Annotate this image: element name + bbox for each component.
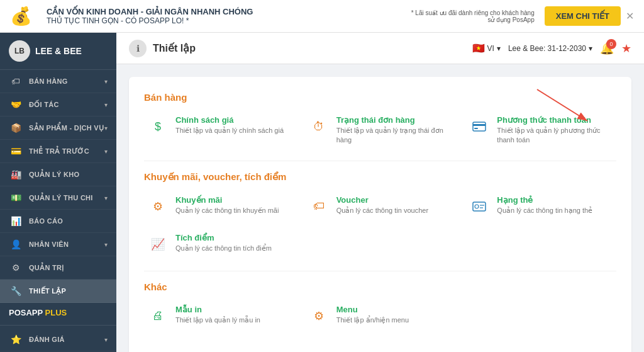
store-chevron-icon: ▾ <box>589 44 592 53</box>
sidebar-item-quan-ly-kho[interactable]: 🏭 QUẢN LÝ KHO <box>0 163 116 186</box>
sidebar-item-the-tra-truoc[interactable]: 💳 THẺ TRẢ TRƯỚC ▾ <box>0 140 116 163</box>
chevron-down-icon: ▾ <box>104 101 108 108</box>
the-tra-truoc-icon: 💳 <box>9 146 23 156</box>
item-desc-mau-in: Thiết lập và quản lý mẫu in <box>175 315 260 325</box>
settings-item-text: Mẫu in Thiết lập và quản lý mẫu in <box>175 305 260 325</box>
danh-gia-icon: ⭐ <box>9 334 23 344</box>
settings-item-text: Khuyến mãi Quản lý các thông tin khuyến … <box>175 195 279 215</box>
top-banner: 💰 CẦN VỐN KINH DOANH - GIẢI NGÂN NHANH C… <box>0 0 644 33</box>
content-header: ℹ Thiết lập 🇻🇳 VI ▾ Lee & Bee: 31-12-203… <box>116 33 644 64</box>
settings-item-menu[interactable]: ⚙ Menu Thiết lập ẩn/hiện menu <box>305 302 456 330</box>
settings-item-khuyen-mai[interactable]: ⚙ Khuyến mãi Quản lý các thông tin khuyế… <box>144 193 295 220</box>
svg-point-6 <box>475 205 479 208</box>
item-name-mau-in: Mẫu in <box>175 305 260 314</box>
settings-item-text: Hạng thẻ Quản lý các thông tin hạng thẻ <box>497 195 592 215</box>
section-title-khuyen-mai: Khuyến mãi, voucher, tích điểm <box>144 171 616 183</box>
sidebar-item-danh-gia[interactable]: ⭐ ĐÁNH GIÁ ▾ <box>0 328 116 351</box>
logo-text: LEE & BEE <box>35 46 82 56</box>
flag-icon: 🇻🇳 <box>472 42 485 54</box>
gear-icon: ⚙ <box>147 195 169 218</box>
sidebar-item-san-pham[interactable]: 📦 SẢN PHẨM - DỊCH VỤ ▾ <box>0 116 116 140</box>
language-selector[interactable]: 🇻🇳 VI ▾ <box>472 42 501 54</box>
logo-avatar: LB <box>9 40 30 62</box>
sidebar-label-thiet-lap: THIẾT LẬP <box>29 287 108 295</box>
settings-item-phuong-thuc-thanh-toan[interactable]: Phương thức thanh toán Thiết lập và quản… <box>465 113 616 148</box>
quan-ly-kho-icon: 🏭 <box>9 169 23 179</box>
chevron-down-icon: ▾ <box>104 125 108 132</box>
chevron-down-icon: ▾ <box>104 148 108 155</box>
quan-tri-icon: ⚙ <box>9 263 23 273</box>
sidebar-item-quan-ly-thu-chi[interactable]: 💵 QUẢN LÝ THU CHI ▾ <box>0 186 116 210</box>
sidebar-label-doi-tac: ĐỐI TÁC <box>29 101 104 109</box>
plus-text: PLUS <box>45 308 67 317</box>
sidebar-item-thiet-lap[interactable]: 🔧 THIẾT LẬP <box>0 280 116 303</box>
settings-grid-ban-hang: $ Chính sách giá Thiết lập và quản lý ch… <box>144 113 616 148</box>
banner-cta-button[interactable]: XEM CHI TIẾT <box>545 6 621 26</box>
printer-icon: 🖨 <box>147 305 169 327</box>
bao-cao-icon: 📊 <box>9 216 23 226</box>
store-label: Lee & Bee: 31-12-2030 <box>508 44 586 53</box>
main-content: Bán hàng $ Chính sách giá Thiết lập và q… <box>116 64 644 352</box>
section-title-khac: Khác <box>144 281 616 292</box>
banner-text: CẦN VỐN KINH DOANH - GIẢI NGÂN NHANH CHÓ… <box>47 7 409 25</box>
chevron-down-icon: ▾ <box>104 241 108 248</box>
sidebar-label-nhan-vien: NHÂN VIÊN <box>29 241 104 248</box>
page-title: Thiết lập <box>153 42 472 54</box>
item-name-voucher: Voucher <box>336 195 428 205</box>
item-desc-khuyen-mai: Quản lý các thông tin khuyến mãi <box>175 206 279 215</box>
banner-note: * Lãi suất ưu đãi dành riêng cho khách h… <box>409 9 535 23</box>
quan-ly-thu-chi-icon: 💵 <box>9 193 23 203</box>
banner-close-button[interactable]: ✕ <box>626 10 634 22</box>
item-name-chinh-sach-gia: Chính sách giá <box>175 115 284 125</box>
svg-rect-3 <box>473 124 486 126</box>
sidebar-item-ban-hang[interactable]: 🏷 BÁN HÀNG ▾ <box>0 70 116 93</box>
settings-item-voucher[interactable]: 🏷 Voucher Quản lý các thông tin voucher <box>305 193 456 220</box>
favorite-button[interactable]: ★ <box>621 42 631 55</box>
settings-grid-khuyen-mai: ⚙ Khuyến mãi Quản lý các thông tin khuyế… <box>144 193 616 258</box>
sidebar-item-nhan-vien[interactable]: 👤 NHÂN VIÊN ▾ <box>0 233 116 256</box>
content-area: ℹ Thiết lập 🇻🇳 VI ▾ Lee & Bee: 31-12-203… <box>116 33 644 352</box>
item-desc-menu: Thiết lập ẩn/hiện menu <box>336 315 409 325</box>
sidebar-label-ban-hang: BÁN HÀNG <box>29 77 104 85</box>
sidebar: LB LEE & BEE 🏷 BÁN HÀNG ▾ 🤝 ĐỐI TÁC ▾ 📦 … <box>0 33 116 352</box>
store-selector[interactable]: Lee & Bee: 31-12-2030 ▾ <box>508 44 592 53</box>
section-title-ban-hang: Bán hàng <box>144 92 616 103</box>
item-name-trang-thai-don-hang: Trạng thái đơn hàng <box>336 115 453 125</box>
item-name-menu: Menu <box>336 305 409 314</box>
doi-tac-icon: 🤝 <box>9 99 23 110</box>
info-icon: ℹ <box>129 40 147 57</box>
chevron-down-icon: ▾ <box>104 78 108 85</box>
sidebar-item-doi-tac[interactable]: 🤝 ĐỐI TÁC ▾ <box>0 93 116 116</box>
item-desc-voucher: Quản lý các thông tin voucher <box>336 206 428 215</box>
main-layout: LB LEE & BEE 🏷 BÁN HÀNG ▾ 🤝 ĐỐI TÁC ▾ 📦 … <box>0 33 644 352</box>
sidebar-label-the-tra-truoc: THẺ TRẢ TRƯỚC <box>29 147 104 156</box>
settings-item-tich-diem[interactable]: 📈 Tích điểm Quản lý các thông tin tích đ… <box>144 230 295 258</box>
settings-grid-khac: 🖨 Mẫu in Thiết lập và quản lý mẫu in ⚙ M… <box>144 302 616 330</box>
posapp-plus-label: POSAPP PLUS <box>0 303 116 322</box>
settings-item-mau-in[interactable]: 🖨 Mẫu in Thiết lập và quản lý mẫu in <box>144 302 295 330</box>
banner-icon: 💰 <box>10 6 40 26</box>
dollar-icon: $ <box>147 115 169 138</box>
settings-item-text: Chính sách giá Thiết lập và quản lý chín… <box>175 115 284 135</box>
thiet-lap-icon: 🔧 <box>9 286 23 296</box>
sidebar-item-bao-cao[interactable]: 📊 BÁO CÁO <box>0 210 116 233</box>
sidebar-label-danh-gia: ĐÁNH GIÁ <box>29 336 104 343</box>
settings-item-text: Tích điểm Quản lý các thông tin tích điể… <box>175 233 272 253</box>
lang-chevron-icon: ▾ <box>497 44 501 53</box>
notification-button[interactable]: 🔔 0 <box>600 42 614 55</box>
sidebar-label-quan-tri: QUẢN TRỊ <box>29 264 108 272</box>
membership-icon <box>468 195 491 218</box>
item-desc-tich-diem: Quản lý các thông tin tích điểm <box>175 244 272 253</box>
chevron-down-icon: ▾ <box>104 195 108 202</box>
item-desc-trang-thai-don-hang: Thiết lập và quản lý trạng thái đơn hàng <box>336 126 453 145</box>
sidebar-label-quan-ly-kho: QUẢN LÝ KHO <box>29 171 108 179</box>
settings-item-trang-thai-don-hang[interactable]: ⏱ Trạng thái đơn hàng Thiết lập và quản … <box>305 113 456 148</box>
header-right: 🇻🇳 VI ▾ Lee & Bee: 31-12-2030 ▾ 🔔 0 ★ <box>472 42 631 55</box>
sidebar-item-quan-tri[interactable]: ⚙ QUẢN TRỊ <box>0 256 116 280</box>
settings-item-hang-the[interactable]: Hạng thẻ Quản lý các thông tin hạng thẻ <box>465 193 616 220</box>
settings-item-chinh-sach-gia[interactable]: $ Chính sách giá Thiết lập và quản lý ch… <box>144 113 295 148</box>
item-name-khuyen-mai: Khuyến mãi <box>175 195 279 205</box>
lang-label: VI <box>487 44 494 53</box>
item-desc-chinh-sach-gia: Thiết lập và quản lý chính sách giá <box>175 126 284 135</box>
ban-hang-icon: 🏷 <box>9 76 23 86</box>
